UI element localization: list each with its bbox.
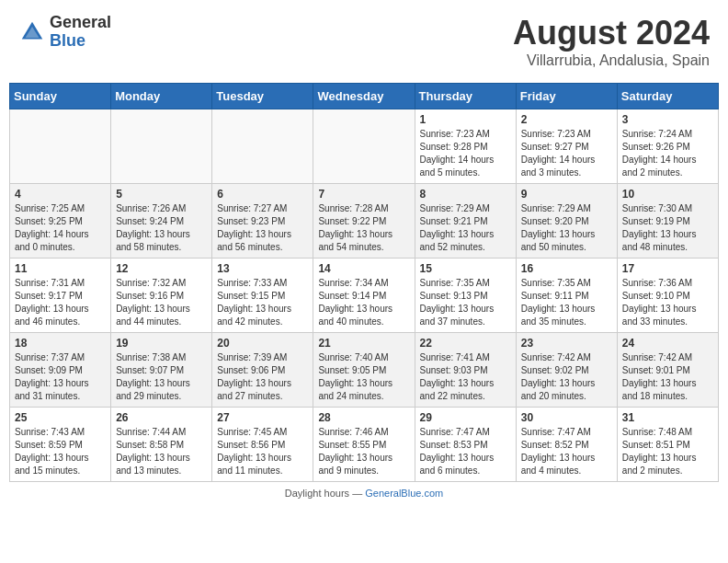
calendar-week-row: 25Sunrise: 7:43 AMSunset: 8:59 PMDayligh…	[10, 408, 719, 482]
day-number: 6	[217, 188, 308, 201]
weekday-header-cell: Wednesday	[313, 84, 415, 109]
calendar-cell: 7Sunrise: 7:28 AMSunset: 9:22 PMDaylight…	[313, 184, 415, 259]
footer-source[interactable]: GeneralBlue.com	[365, 488, 443, 499]
calendar-cell: 20Sunrise: 7:39 AMSunset: 9:06 PMDayligh…	[212, 333, 313, 408]
title-area: August 2024 Villarrubia, Andalusia, Spai…	[513, 14, 710, 69]
day-number: 5	[116, 188, 207, 201]
calendar-cell: 10Sunrise: 7:30 AMSunset: 9:19 PMDayligh…	[617, 184, 718, 259]
calendar-cell: 19Sunrise: 7:38 AMSunset: 9:07 PMDayligh…	[111, 333, 212, 408]
day-info: Sunrise: 7:24 AMSunset: 9:26 PMDaylight:…	[622, 128, 713, 179]
calendar-cell: 25Sunrise: 7:43 AMSunset: 8:59 PMDayligh…	[10, 408, 111, 482]
calendar-cell: 16Sunrise: 7:35 AMSunset: 9:11 PMDayligh…	[516, 259, 617, 333]
day-number: 10	[622, 188, 713, 201]
day-info: Sunrise: 7:47 AMSunset: 8:52 PMDaylight:…	[521, 426, 612, 477]
calendar-cell: 1Sunrise: 7:23 AMSunset: 9:28 PMDaylight…	[415, 109, 516, 184]
day-number: 8	[420, 188, 511, 201]
logo-blue-text: Blue	[50, 32, 111, 51]
calendar-cell	[10, 109, 111, 184]
day-info: Sunrise: 7:43 AMSunset: 8:59 PMDaylight:…	[15, 426, 106, 477]
day-number: 28	[318, 411, 409, 424]
day-info: Sunrise: 7:40 AMSunset: 9:05 PMDaylight:…	[318, 351, 409, 403]
day-number: 9	[521, 188, 612, 201]
day-number: 19	[116, 337, 207, 350]
day-number: 31	[622, 411, 713, 424]
day-info: Sunrise: 7:34 AMSunset: 9:14 PMDaylight:…	[318, 277, 409, 328]
day-number: 7	[318, 188, 409, 201]
day-number: 4	[15, 188, 106, 201]
calendar-week-row: 18Sunrise: 7:37 AMSunset: 9:09 PMDayligh…	[10, 333, 719, 408]
day-number: 25	[15, 411, 106, 424]
calendar-week-row: 1Sunrise: 7:23 AMSunset: 9:28 PMDaylight…	[10, 109, 719, 184]
weekday-header-cell: Thursday	[415, 84, 516, 109]
weekday-header-row: SundayMondayTuesdayWednesdayThursdayFrid…	[10, 84, 719, 109]
month-title: August 2024	[513, 14, 710, 52]
day-info: Sunrise: 7:48 AMSunset: 8:51 PMDaylight:…	[622, 426, 713, 477]
calendar-cell: 23Sunrise: 7:42 AMSunset: 9:02 PMDayligh…	[516, 333, 617, 408]
footer-note: Daylight hours	[285, 488, 349, 499]
footer: Daylight hours — GeneralBlue.com	[9, 488, 719, 499]
day-info: Sunrise: 7:42 AMSunset: 9:02 PMDaylight:…	[521, 351, 612, 403]
calendar-cell: 26Sunrise: 7:44 AMSunset: 8:58 PMDayligh…	[111, 408, 212, 482]
day-number: 13	[217, 262, 308, 275]
calendar-cell	[313, 109, 415, 184]
day-number: 22	[420, 337, 511, 350]
calendar-body: 1Sunrise: 7:23 AMSunset: 9:28 PMDaylight…	[10, 109, 719, 482]
day-info: Sunrise: 7:42 AMSunset: 9:01 PMDaylight:…	[622, 351, 713, 403]
calendar-cell: 4Sunrise: 7:25 AMSunset: 9:25 PMDaylight…	[10, 184, 111, 259]
day-info: Sunrise: 7:23 AMSunset: 9:27 PMDaylight:…	[521, 128, 612, 179]
calendar-week-row: 4Sunrise: 7:25 AMSunset: 9:25 PMDaylight…	[10, 184, 719, 259]
calendar-cell: 15Sunrise: 7:35 AMSunset: 9:13 PMDayligh…	[415, 259, 516, 333]
location-title: Villarrubia, Andalusia, Spain	[513, 52, 710, 69]
day-number: 15	[420, 262, 511, 275]
day-number: 20	[217, 337, 308, 350]
day-number: 2	[521, 113, 612, 126]
calendar-cell: 29Sunrise: 7:47 AMSunset: 8:53 PMDayligh…	[415, 408, 516, 482]
calendar-week-row: 11Sunrise: 7:31 AMSunset: 9:17 PMDayligh…	[10, 259, 719, 333]
day-number: 18	[15, 337, 106, 350]
day-info: Sunrise: 7:41 AMSunset: 9:03 PMDaylight:…	[420, 351, 511, 403]
day-info: Sunrise: 7:26 AMSunset: 9:24 PMDaylight:…	[116, 202, 207, 254]
weekday-header-cell: Sunday	[10, 84, 111, 109]
calendar-cell	[111, 109, 212, 184]
calendar-cell: 28Sunrise: 7:46 AMSunset: 8:55 PMDayligh…	[313, 408, 415, 482]
day-number: 29	[420, 411, 511, 424]
day-info: Sunrise: 7:38 AMSunset: 9:07 PMDaylight:…	[116, 351, 207, 403]
day-info: Sunrise: 7:27 AMSunset: 9:23 PMDaylight:…	[217, 202, 308, 254]
calendar-cell: 2Sunrise: 7:23 AMSunset: 9:27 PMDaylight…	[516, 109, 617, 184]
calendar-cell: 21Sunrise: 7:40 AMSunset: 9:05 PMDayligh…	[313, 333, 415, 408]
day-info: Sunrise: 7:45 AMSunset: 8:56 PMDaylight:…	[217, 426, 308, 477]
calendar-cell: 6Sunrise: 7:27 AMSunset: 9:23 PMDaylight…	[212, 184, 313, 259]
day-info: Sunrise: 7:31 AMSunset: 9:17 PMDaylight:…	[15, 277, 106, 328]
calendar-cell: 14Sunrise: 7:34 AMSunset: 9:14 PMDayligh…	[313, 259, 415, 333]
day-info: Sunrise: 7:44 AMSunset: 8:58 PMDaylight:…	[116, 426, 207, 477]
weekday-header-cell: Tuesday	[212, 84, 313, 109]
calendar-cell: 11Sunrise: 7:31 AMSunset: 9:17 PMDayligh…	[10, 259, 111, 333]
day-info: Sunrise: 7:28 AMSunset: 9:22 PMDaylight:…	[318, 202, 409, 254]
page-header: General Blue August 2024 Villarrubia, An…	[9, 9, 719, 74]
day-number: 14	[318, 262, 409, 275]
day-info: Sunrise: 7:39 AMSunset: 9:06 PMDaylight:…	[217, 351, 308, 403]
day-number: 3	[622, 113, 713, 126]
day-info: Sunrise: 7:35 AMSunset: 9:13 PMDaylight:…	[420, 277, 511, 328]
day-info: Sunrise: 7:46 AMSunset: 8:55 PMDaylight:…	[318, 426, 409, 477]
day-number: 21	[318, 337, 409, 350]
day-info: Sunrise: 7:37 AMSunset: 9:09 PMDaylight:…	[15, 351, 106, 403]
day-number: 12	[116, 262, 207, 275]
calendar-table: SundayMondayTuesdayWednesdayThursdayFrid…	[9, 83, 719, 482]
day-info: Sunrise: 7:23 AMSunset: 9:28 PMDaylight:…	[420, 128, 511, 179]
calendar-cell: 17Sunrise: 7:36 AMSunset: 9:10 PMDayligh…	[617, 259, 718, 333]
day-info: Sunrise: 7:36 AMSunset: 9:10 PMDaylight:…	[622, 277, 713, 328]
calendar-cell: 18Sunrise: 7:37 AMSunset: 9:09 PMDayligh…	[10, 333, 111, 408]
calendar-cell: 22Sunrise: 7:41 AMSunset: 9:03 PMDayligh…	[415, 333, 516, 408]
calendar-cell: 30Sunrise: 7:47 AMSunset: 8:52 PMDayligh…	[516, 408, 617, 482]
calendar-cell	[212, 109, 313, 184]
day-number: 1	[420, 113, 511, 126]
weekday-header-cell: Saturday	[617, 84, 718, 109]
day-info: Sunrise: 7:47 AMSunset: 8:53 PMDaylight:…	[420, 426, 511, 477]
day-number: 26	[116, 411, 207, 424]
day-info: Sunrise: 7:29 AMSunset: 9:21 PMDaylight:…	[420, 202, 511, 254]
logo-general-text: General	[50, 14, 111, 32]
calendar-cell: 24Sunrise: 7:42 AMSunset: 9:01 PMDayligh…	[617, 333, 718, 408]
weekday-header-cell: Friday	[516, 84, 617, 109]
day-info: Sunrise: 7:29 AMSunset: 9:20 PMDaylight:…	[521, 202, 612, 254]
